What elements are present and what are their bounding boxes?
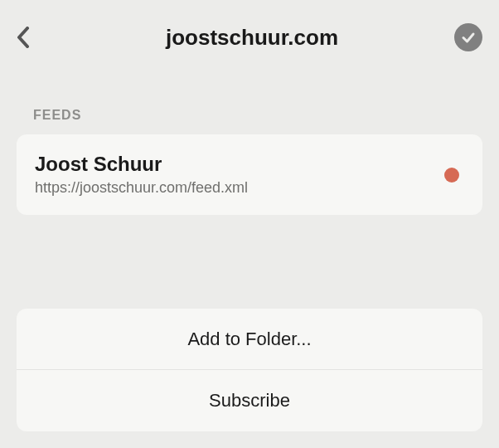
page-title: joostschuur.com [50,25,454,51]
add-to-folder-button[interactable]: Add to Folder... [17,309,482,370]
subscribe-button[interactable]: Subscribe [17,370,482,431]
header: joostschuur.com [0,0,499,58]
feed-status-indicator [444,168,459,183]
feed-text: Joost Schuur https://joostschuur.com/fee… [35,153,248,197]
feed-item[interactable]: Joost Schuur https://joostschuur.com/fee… [17,134,482,215]
actions: Add to Folder... Subscribe [17,309,482,431]
feeds-section-label: FEEDS [0,58,499,134]
chevron-left-icon [17,27,30,48]
feed-title: Joost Schuur [35,153,248,176]
feed-url: https://joostschuur.com/feed.xml [35,179,248,197]
back-button[interactable] [17,21,50,54]
confirm-button[interactable] [454,23,482,51]
check-icon [460,29,477,46]
